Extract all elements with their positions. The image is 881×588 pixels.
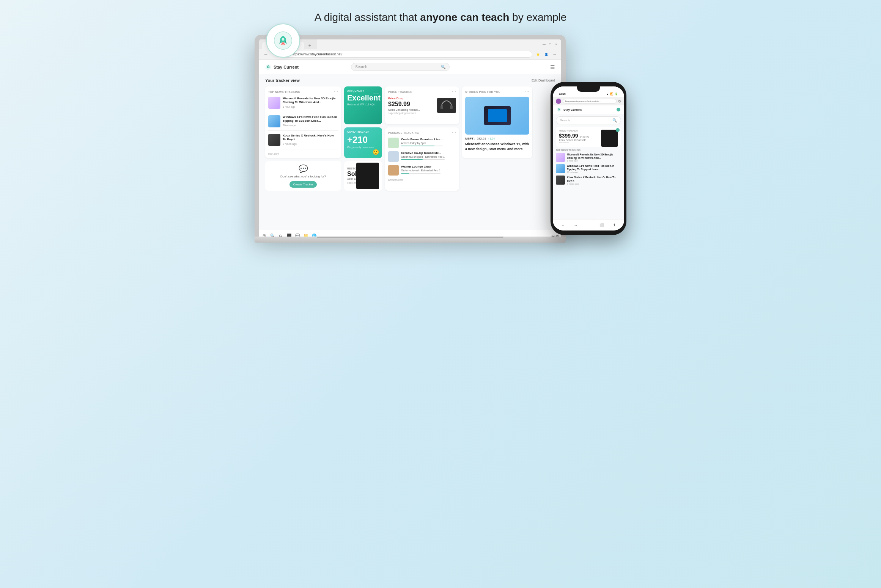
close-button[interactable]: ×	[554, 42, 558, 46]
taskbar-files-icon[interactable]: 🗂	[278, 233, 283, 237]
app-search-bar[interactable]: Search 🔍	[351, 63, 450, 71]
maximize-button[interactable]: □	[548, 42, 552, 46]
hamburger-menu[interactable]: ☰	[550, 64, 555, 70]
create-tracker-button[interactable]: Create Tracker	[289, 181, 317, 188]
extension-btn-2[interactable]: 👤	[543, 51, 550, 58]
phone-forward-btn[interactable]: →	[574, 223, 577, 227]
phone-more-btn[interactable]: ⋯	[587, 223, 590, 227]
news-text-2: Windows 11's News Feed Has Built-In Tipp…	[283, 115, 338, 127]
phone-news-item-3[interactable]: Xbox Series X Restock: Here's How To Buy…	[556, 176, 621, 185]
search-placeholder: Search	[355, 65, 367, 69]
phone-price-thumb	[601, 130, 618, 147]
headline-suffix: by example	[509, 11, 566, 23]
laptop-base	[255, 237, 566, 243]
phone-search-bar[interactable]: Search 🔍	[556, 116, 621, 124]
package-item-2[interactable]: Creative Co-Op Round Me... Order has shi…	[388, 151, 456, 162]
news-item-3[interactable]: Xbox Series X Restock: Here's How To Buy…	[268, 134, 338, 149]
phone-price-product: Xbox Series X Console	[559, 139, 589, 141]
extension-btn-1[interactable]: ⭐	[535, 51, 541, 58]
laptop-wrapper: Stay Current × + — □ × ←	[255, 35, 566, 243]
phone-share-btn[interactable]: ⬆	[613, 223, 616, 227]
phone-news-thumb-1	[556, 153, 565, 162]
phone-news-item-2[interactable]: Windows 11's News Feed Has Built-In Tipp…	[556, 164, 621, 173]
restock-card: RESTOCK TRACKER Sold Out Xbox Series X C…	[344, 161, 382, 191]
news-thumb-3	[268, 134, 280, 146]
news-headline-1: Microsoft Reveals Its New 3D Emojis Comi…	[283, 97, 338, 105]
news-thumb-1	[268, 97, 280, 109]
app-logo-icon	[265, 64, 271, 70]
phone-price-info: PRICE TRACKER $399.99 $489.99 Xbox Serie…	[559, 130, 589, 144]
stock-price: 282.51	[477, 137, 486, 140]
minimize-button[interactable]: —	[542, 42, 546, 46]
news-card-menu[interactable]: ⋯	[334, 89, 338, 94]
new-tab-button[interactable]: +	[306, 42, 313, 49]
package-item-3[interactable]: Walnut Lounge Chair Order recieved - Est…	[388, 165, 456, 176]
pkg-name-3: Walnut Lounge Chair	[401, 165, 440, 168]
stock-change: ↑ 1.54	[488, 137, 495, 140]
dont-see-icon: 💬	[299, 164, 308, 173]
signal-icon: ▲	[606, 93, 609, 96]
news-card-header: TOP NEWS TRACKING ⋯	[268, 89, 338, 94]
phone-wrapper: 12:36 ▲ 📶 🔋 bing.com/staycurrent#entrypo…	[551, 82, 626, 235]
wifi-icon: 📶	[610, 93, 614, 96]
phone-back-btn[interactable]: ←	[561, 223, 565, 227]
phone-news-time-3: 3 hours ago	[567, 183, 621, 185]
covid-emoji: 🙂	[373, 149, 379, 155]
main-layout: Stay Current × + — □ × ←	[213, 35, 668, 243]
phone-news-section: TOP NEWS TRACKING Microsoft Reveals Its …	[556, 149, 621, 185]
pkg-status-2: Order has shipped - Estimated Feb 1	[401, 155, 445, 158]
news-time-1: 1 hour ago	[283, 105, 338, 108]
package-label: PACKAGE TRACKING	[388, 132, 419, 134]
news-item-1[interactable]: Microsoft Reveals Its New 3D Emojis Comi…	[268, 97, 338, 112]
browser-chrome: Stay Current × + — □ × ←	[259, 39, 561, 60]
dashboard-header: Your tracker view Edit Dashboard	[265, 78, 555, 83]
settings-btn[interactable]: ⋯	[551, 51, 558, 58]
news-card-label: TOP NEWS TRACKING	[268, 91, 300, 93]
pkg-status-1: Arrives today by 3pm	[401, 142, 443, 144]
phone-price-amount: $399.99	[559, 133, 578, 139]
phone-news-item-1[interactable]: Microsoft Reveals Its New 3D Emojis Comi…	[556, 153, 621, 162]
taskbar-browser-icon[interactable]: 🌐	[311, 233, 317, 237]
price-card-menu[interactable]: ⋯	[452, 89, 456, 94]
taskbar: ⊞ 🔍 🗂 ⬛ 💬 📁 🌐 12:36	[259, 230, 561, 237]
stories-menu[interactable]: ⋯	[525, 89, 529, 94]
phone-bottom-bar: ← → ⋯ ⬜ ⬆	[553, 219, 624, 230]
phone-price-notif	[616, 128, 620, 132]
back-button[interactable]: ←	[262, 51, 270, 58]
package-menu[interactable]: ⋯	[452, 130, 456, 135]
phone-refresh-btn[interactable]: ↻	[618, 99, 621, 103]
svg-point-1	[282, 38, 285, 41]
phone-address-field[interactable]: bing.com/staycurrent#entrypoint=...	[563, 99, 617, 103]
phone-news-thumb-3	[556, 176, 565, 185]
taskbar-chat-icon[interactable]: 💬	[295, 233, 300, 237]
phone-tabs-btn[interactable]: ⬜	[599, 223, 604, 227]
phone-price-label: PRICE TRACKER	[559, 130, 589, 132]
top-news-card: TOP NEWS TRACKING ⋯ Microsoft Reveals It…	[265, 86, 341, 158]
taskbar-folder-icon[interactable]: 📁	[303, 233, 308, 237]
xbox-console-image	[356, 163, 379, 189]
taskbar-windows-icon[interactable]: ⊞	[261, 233, 267, 237]
pkg-name-2: Creative Co-Op Round Me...	[401, 151, 445, 155]
package-item-1[interactable]: Costa Farms Premium Live... Arrives toda…	[388, 138, 456, 148]
stories-label: STORIES PICK FOR YOU	[465, 91, 500, 93]
news-item-2[interactable]: Windows 11's News Feed Has Built-In Tipp…	[268, 115, 338, 131]
phone-news-headline-2: Windows 11's News Feed Has Built-In Tipp…	[567, 164, 621, 171]
phone-price-card: PRICE TRACKER $399.99 $489.99 Xbox Serie…	[556, 127, 621, 147]
taskbar-search-icon[interactable]: 🔍	[270, 233, 275, 237]
stories-laptop-img	[484, 106, 511, 125]
pkg-info-3: Walnut Lounge Chair Order recieved - Est…	[401, 165, 440, 174]
pkg-info-2: Creative Co-Op Round Me... Order has shi…	[401, 151, 445, 160]
pkg-thumb-2	[388, 151, 399, 162]
phone-news-time-1: 1 hour ago	[567, 160, 621, 162]
window-controls: — □ ×	[542, 42, 561, 46]
phone-news-thumb-2	[556, 164, 565, 173]
news-source: msn.com	[268, 152, 338, 155]
price-card-label: PRICE TRACKER	[388, 91, 412, 93]
address-field[interactable]: 🔒 https://www.staycurrentassist.net/	[281, 51, 532, 58]
package-tracking-card: PACKAGE TRACKING ⋯ Costa Farms Premium L…	[385, 127, 459, 191]
aq-menu[interactable]: ⋯	[373, 89, 379, 97]
air-quality-card: AIR QUALITY Excellent Redmond, WA | 19 A…	[344, 86, 382, 124]
taskbar-widgets-icon[interactable]: ⬛	[286, 233, 292, 237]
svg-rect-6	[440, 105, 443, 109]
price-thumb	[437, 98, 456, 113]
